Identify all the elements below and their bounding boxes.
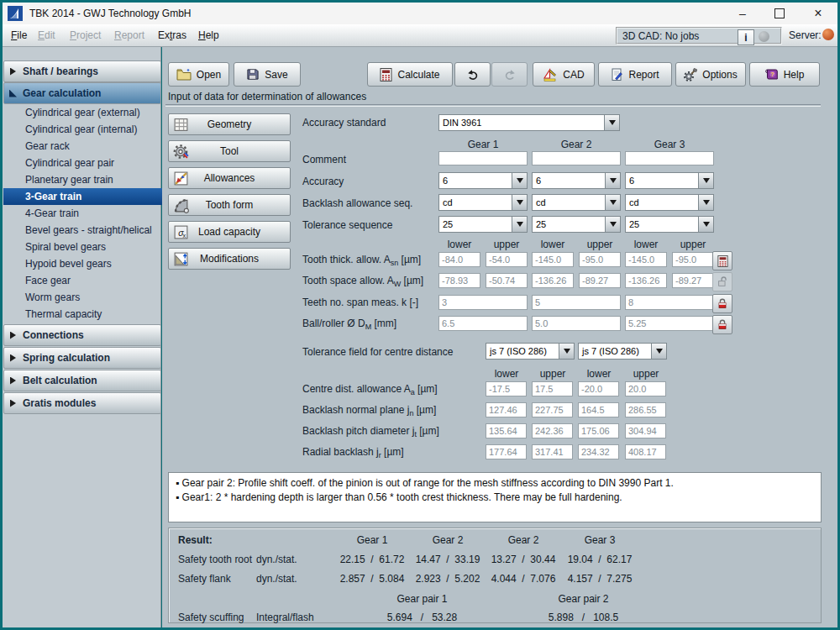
comment-input-gear1[interactable] bbox=[438, 151, 528, 165]
accuracy-select-gear2[interactable]: 6 bbox=[532, 172, 621, 189]
report-button[interactable]: Report bbox=[598, 62, 672, 87]
chevron-down-icon[interactable] bbox=[698, 195, 713, 210]
sidebar-section-gratis-modules[interactable]: Gratis modules bbox=[3, 392, 161, 414]
maximize-button[interactable] bbox=[764, 3, 795, 24]
chevron-down-icon[interactable] bbox=[559, 344, 574, 359]
accuracy-select-gear3[interactable]: 6 bbox=[625, 172, 714, 189]
open-button[interactable]: Open bbox=[168, 62, 229, 87]
asn-upper-gear1[interactable] bbox=[486, 252, 528, 267]
asn-lower-gear3[interactable] bbox=[625, 252, 667, 267]
aw-upper-gear1[interactable] bbox=[486, 273, 528, 288]
tolerance-seq-select-gear3[interactable]: 25 bbox=[625, 216, 714, 233]
aa-lower-pair2[interactable] bbox=[578, 381, 619, 396]
jn-lower-pair2[interactable] bbox=[578, 402, 619, 417]
sidebar-item-cylindrical-gear-external[interactable]: Cylindrical gear (external) bbox=[3, 104, 181, 121]
chevron-down-icon[interactable] bbox=[512, 217, 527, 232]
redo-button[interactable] bbox=[491, 62, 528, 87]
k-gear3[interactable] bbox=[625, 295, 714, 310]
dm-gear1[interactable] bbox=[438, 316, 528, 331]
help-button[interactable]: ? Help bbox=[749, 62, 820, 87]
jt-upper-pair2[interactable] bbox=[625, 423, 666, 438]
chevron-down-icon[interactable] bbox=[698, 217, 713, 232]
sidebar-section-spring-calculation[interactable]: Spring calculation bbox=[3, 347, 161, 369]
nav-allowances-button[interactable]: Allowances bbox=[168, 167, 291, 189]
nav-load-capacity-button[interactable]: σx Load capacity bbox=[168, 221, 291, 243]
aw-lower-gear1[interactable] bbox=[438, 273, 480, 288]
cad-button[interactable]: CAD bbox=[533, 62, 595, 87]
menu-project[interactable]: Project bbox=[70, 29, 101, 41]
sidebar-item-worm-gears[interactable]: Worm gears bbox=[3, 289, 181, 306]
sidebar-item-gear-rack[interactable]: Gear rack bbox=[3, 138, 181, 155]
sidebar-item-face-gear[interactable]: Face gear bbox=[3, 272, 181, 289]
aa-upper-pair1[interactable] bbox=[532, 381, 573, 396]
sidebar-item-thermal-capacity[interactable]: Thermal capacity bbox=[3, 306, 181, 323]
jn-upper-pair1[interactable] bbox=[532, 402, 573, 417]
backlash-seq-select-gear2[interactable]: cd bbox=[532, 194, 621, 211]
save-button[interactable]: Save bbox=[234, 62, 301, 87]
k-gear1[interactable] bbox=[438, 295, 528, 310]
asn-calculator-button[interactable] bbox=[712, 251, 732, 270]
sidebar-section-belt-calculation[interactable]: Belt calculation bbox=[3, 370, 161, 391]
menu-help[interactable]: Help bbox=[198, 29, 219, 41]
sidebar-item-4-gear-train[interactable]: 4-Gear train bbox=[3, 205, 181, 222]
menu-report[interactable]: Report bbox=[114, 29, 144, 41]
jn-upper-pair2[interactable] bbox=[625, 402, 666, 417]
dm-gear3[interactable] bbox=[625, 316, 714, 331]
dm-gear2[interactable] bbox=[532, 316, 621, 331]
chevron-down-icon[interactable] bbox=[651, 344, 666, 359]
aw-upper-gear2[interactable] bbox=[579, 273, 621, 288]
jr-upper-pair1[interactable] bbox=[532, 444, 573, 459]
sidebar-section-connections[interactable]: Connections bbox=[3, 324, 161, 346]
backlash-seq-select-gear1[interactable]: cd bbox=[438, 194, 528, 211]
aw-lock-open-button[interactable] bbox=[712, 272, 732, 291]
menu-edit[interactable]: Edit bbox=[38, 29, 55, 41]
chevron-down-icon[interactable] bbox=[512, 195, 527, 210]
options-button[interactable]: Options bbox=[675, 62, 746, 87]
menu-extras[interactable]: Extras bbox=[158, 29, 186, 41]
menu-file[interactable]: File bbox=[11, 29, 27, 41]
tolerance-seq-select-gear2[interactable]: 25 bbox=[532, 216, 621, 233]
minimize-button[interactable]: – bbox=[727, 3, 759, 24]
nav-tooth-form-button[interactable]: Tooth form bbox=[168, 194, 291, 216]
aa-lower-pair1[interactable] bbox=[486, 381, 527, 396]
sidebar-item-spiral-bevel-gears[interactable]: Spiral bevel gears bbox=[3, 239, 181, 255]
sidebar-item-hypoid-bevel-gears[interactable]: Hypoid bevel gears bbox=[3, 255, 181, 272]
comment-input-gear2[interactable] bbox=[532, 151, 621, 165]
chevron-down-icon[interactable] bbox=[605, 173, 620, 188]
chevron-down-icon[interactable] bbox=[605, 195, 620, 210]
chevron-down-icon[interactable] bbox=[604, 115, 619, 130]
jr-lower-pair2[interactable] bbox=[578, 444, 619, 459]
info-button[interactable]: i bbox=[738, 29, 754, 45]
nav-tool-button[interactable]: Tool bbox=[168, 140, 291, 162]
asn-upper-gear3[interactable] bbox=[672, 252, 714, 267]
tolerance-field-select-pair2[interactable]: js 7 (ISO 286) bbox=[578, 343, 667, 360]
sidebar-item-cylindrical-gear-pair[interactable]: Cylindrical gear pair bbox=[3, 155, 181, 171]
k-lock-button[interactable] bbox=[712, 294, 732, 313]
tolerance-field-select-pair1[interactable]: js 7 (ISO 286) bbox=[486, 343, 575, 360]
sidebar-item-planetary-gear-train[interactable]: Planetary gear train bbox=[3, 171, 181, 188]
asn-lower-gear2[interactable] bbox=[532, 252, 574, 267]
accuracy-standard-select[interactable]: DIN 3961 bbox=[438, 114, 620, 131]
accuracy-select-gear1[interactable]: 6 bbox=[438, 172, 528, 189]
k-gear2[interactable] bbox=[532, 295, 621, 310]
jr-lower-pair1[interactable] bbox=[486, 444, 527, 459]
nav-geometry-button[interactable]: Geometry bbox=[168, 113, 291, 135]
chevron-down-icon[interactable] bbox=[605, 217, 620, 232]
sidebar-item-cylindrical-gear-internal[interactable]: Cylindrical gear (internal) bbox=[3, 121, 181, 138]
jn-lower-pair1[interactable] bbox=[486, 402, 527, 417]
asn-lower-gear1[interactable] bbox=[438, 252, 480, 267]
aa-upper-pair2[interactable] bbox=[625, 381, 666, 396]
jt-upper-pair1[interactable] bbox=[532, 423, 573, 438]
dm-lock-button[interactable] bbox=[712, 315, 732, 334]
nav-modifications-button[interactable]: Modifications bbox=[168, 248, 291, 270]
sidebar-section-gear-calculation[interactable]: Gear calculation bbox=[3, 82, 161, 104]
sidebar-section-shaft-bearings[interactable]: Shaft / bearings bbox=[3, 60, 161, 82]
calculate-button[interactable]: Calculate bbox=[367, 62, 453, 87]
chevron-down-icon[interactable] bbox=[512, 173, 527, 188]
comment-input-gear3[interactable] bbox=[625, 151, 714, 165]
undo-button[interactable] bbox=[454, 62, 491, 87]
aw-upper-gear3[interactable] bbox=[672, 273, 714, 288]
sidebar-item-3-gear-train[interactable]: 3-Gear train bbox=[3, 188, 181, 205]
sidebar-item-bevel-gears[interactable]: Bevel gears - straight/helical bbox=[3, 222, 181, 239]
close-button[interactable]: × bbox=[802, 3, 834, 24]
